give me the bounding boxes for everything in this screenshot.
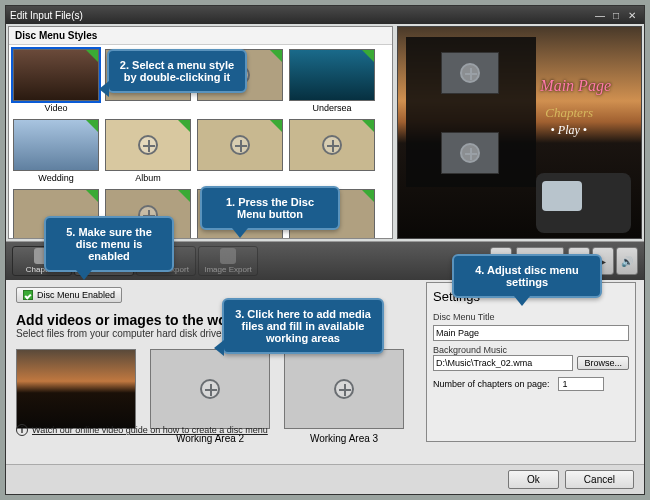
image-export-button[interactable]: Image Export <box>198 246 258 276</box>
settings-panel: Settings Disc Menu Title Background Musi… <box>426 282 636 442</box>
style-item[interactable] <box>289 119 375 183</box>
chapters-count-input[interactable] <box>558 377 604 391</box>
style-item-wedding[interactable]: Wedding <box>13 119 99 183</box>
disc-menu-title-input[interactable] <box>433 325 629 341</box>
volume-button[interactable]: 🔊 <box>616 247 638 275</box>
info-icon: i <box>16 424 28 436</box>
disc-menu-enabled-toggle[interactable]: Disc Menu Enabled <box>16 287 122 303</box>
plus-icon <box>200 379 220 399</box>
working-area-3[interactable]: Working Area 3 <box>284 349 404 444</box>
preview-pane: Main Page Chapters • Play • <box>397 26 642 239</box>
image-icon <box>220 248 236 264</box>
plus-icon <box>334 379 354 399</box>
browse-button[interactable]: Browse... <box>577 356 629 370</box>
callout-1: 1. Press the Disc Menu button <box>200 186 340 230</box>
cancel-button[interactable]: Cancel <box>565 470 634 489</box>
style-item-video[interactable]: Video <box>13 49 99 113</box>
ok-button[interactable]: Ok <box>508 470 559 489</box>
disc-menu-title-label: Disc Menu Title <box>433 312 629 322</box>
style-item-album[interactable]: Album <box>105 119 191 183</box>
plus-icon <box>460 143 480 163</box>
preview-title: Main Page <box>540 77 611 95</box>
camcorder-icon <box>536 173 631 233</box>
styles-header: Disc Menu Styles <box>9 27 392 45</box>
film-strip <box>406 37 536 187</box>
preview-slot[interactable] <box>441 52 499 94</box>
plus-icon <box>138 135 158 155</box>
callout-2: 2. Select a menu style by double-clickin… <box>107 49 247 93</box>
callout-3: 3. Click here to add media files and fil… <box>222 298 384 354</box>
preview-chapters[interactable]: Chapters <box>545 105 593 121</box>
minimize-icon[interactable]: — <box>592 10 608 21</box>
chapters-count-label: Number of chapters on page: <box>433 379 550 389</box>
preview-play[interactable]: • Play • <box>551 123 587 138</box>
bg-music-label: Background Music <box>433 345 629 355</box>
close-icon[interactable]: ✕ <box>624 10 640 21</box>
video-guide-link[interactable]: iWatch our online video guide on how to … <box>16 424 268 436</box>
maximize-icon[interactable]: □ <box>608 10 624 21</box>
plus-icon <box>460 63 480 83</box>
preview-slot[interactable] <box>441 132 499 174</box>
callout-4: 4. Adjust disc menu settings <box>452 254 602 298</box>
bg-music-input[interactable] <box>433 355 573 371</box>
plus-icon <box>230 135 250 155</box>
check-icon <box>23 290 33 300</box>
callout-5: 5. Make sure the disc menu is enabled <box>44 216 174 272</box>
style-item[interactable] <box>197 119 283 183</box>
window-title: Edit Input File(s) <box>10 10 83 21</box>
dialog-footer: Ok Cancel <box>6 464 644 494</box>
titlebar: Edit Input File(s) — □ ✕ <box>6 6 644 24</box>
style-item-undersea[interactable]: Undersea <box>289 49 375 113</box>
plus-icon <box>322 135 342 155</box>
